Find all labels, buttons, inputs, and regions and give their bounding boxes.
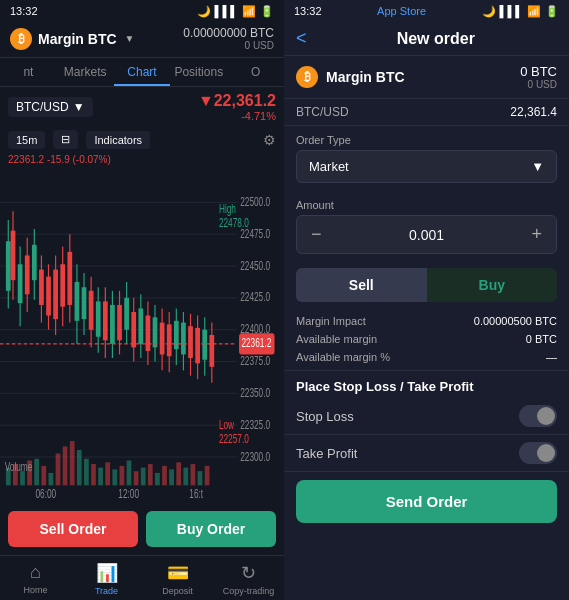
svg-rect-87 [146,316,151,351]
svg-text:Volume: Volume [5,459,33,473]
price-display: ▼22,361.2 -4.71% [198,92,276,122]
deposit-label: Deposit [162,586,193,596]
svg-text:High: High [219,201,236,215]
indicators-button[interactable]: Indicators [86,131,150,149]
order-type-select[interactable]: Market ▼ [296,150,557,183]
amount-plus-button[interactable]: + [517,216,556,253]
right-balance-info: 0 BTC 0 USD [520,64,557,90]
stop-loss-toggle[interactable] [519,405,557,427]
svg-rect-79 [89,291,94,330]
chart-type-button[interactable]: ⊟ [53,130,78,149]
asset-name: Margin BTC [38,31,117,47]
svg-rect-19 [77,450,82,485]
svg-rect-85 [131,312,136,347]
margin-impact-key: Margin Impact [296,315,366,327]
svg-rect-51 [110,305,115,344]
svg-rect-45 [75,282,80,321]
tab-nt[interactable]: nt [0,58,57,86]
tab-other[interactable]: O [227,58,284,86]
chart-header: BTC/USD ▼ ▼22,361.2 -4.71% [0,87,284,127]
svg-text:22478.0: 22478.0 [219,215,249,229]
take-profit-toggle[interactable] [519,442,557,464]
svg-rect-49 [96,301,101,336]
info-row-2: Available margin % — [296,348,557,366]
svg-rect-97 [209,335,214,367]
available-margin-pct-key: Available margin % [296,351,390,363]
left-panel: 13:32 🌙 ▌▌▌ 📶 🔋 ₿ Margin BTC ▼ 0.0000000… [0,0,284,600]
svg-text:12:00: 12:00 [118,486,139,500]
status-icons-right: 🌙 ▌▌▌ 📶 🔋 [482,5,559,18]
sell-buy-row: Sell Buy [296,268,557,302]
svg-rect-91 [167,324,172,356]
home-label: Home [23,585,47,595]
tab-chart[interactable]: Chart [114,58,171,86]
sell-tab[interactable]: Sell [296,268,427,302]
svg-rect-22 [98,468,103,486]
svg-rect-29 [148,464,153,485]
svg-rect-17 [63,446,68,485]
amount-input[interactable] [336,227,518,243]
signal-icon: ▌▌▌ [215,5,238,17]
asset-info[interactable]: ₿ Margin BTC ▼ [10,28,134,50]
amount-label: Amount [296,199,557,211]
settings-icon[interactable]: ⚙ [263,132,276,148]
app-store-label: App Store [377,5,426,17]
nav-deposit[interactable]: 💳 Deposit [142,562,213,596]
new-order-title: New order [315,30,557,48]
svg-rect-41 [18,264,23,303]
status-bar-left: 13:32 🌙 ▌▌▌ 📶 🔋 [0,0,284,22]
tab-markets[interactable]: Markets [57,58,114,86]
order-type-label: Order Type [296,134,557,146]
nav-home[interactable]: ⌂ Home [0,562,71,596]
info-row-0: Margin Impact 0.00000500 BTC [296,312,557,330]
svg-rect-81 [103,301,108,340]
right-btc-icon: ₿ [296,66,318,88]
price-change: -4.71% [198,110,276,122]
time-right: 13:32 [294,5,322,17]
battery-icon-right: 🔋 [545,5,559,18]
tab-positions[interactable]: Positions [170,58,227,86]
btc-icon: ₿ [10,28,32,50]
nav-trade[interactable]: 📊 Trade [71,562,142,596]
svg-rect-67 [25,255,30,294]
order-type-arrow: ▼ [531,159,544,174]
svg-rect-33 [176,462,181,485]
nav-copy-trading[interactable]: ↻ Copy-trading [213,562,284,596]
svg-text:22325.0: 22325.0 [240,417,270,431]
trade-icon: 📊 [96,562,118,584]
stop-section-title: Place Stop Loss / Take Profit [284,370,569,398]
take-profit-row: Take Profit [284,435,569,472]
svg-rect-32 [169,469,174,485]
timeframe-button[interactable]: 15m [8,131,45,149]
order-type-section: Order Type Market ▼ [284,126,569,191]
svg-rect-20 [84,459,89,486]
balance-info: 0.00000000 BTC 0 USD [183,26,274,51]
right-asset-name: Margin BTC [326,69,405,85]
svg-text:22450.0: 22450.0 [240,258,270,272]
send-order-button[interactable]: Send Order [296,480,557,523]
take-profit-knob [537,444,555,462]
pair-price-value: 22,361.4 [510,105,557,119]
svg-rect-26 [127,461,132,486]
svg-rect-55 [138,308,143,343]
amount-minus-button[interactable]: − [297,216,336,253]
moon-icon-left: 🌙 [197,5,211,18]
svg-rect-18 [70,441,75,485]
back-button[interactable]: < [296,28,307,49]
svg-rect-35 [191,464,196,485]
price-value: ▼22,361.2 [198,92,276,110]
svg-rect-77 [67,252,72,305]
pair-label: BTC/USD [16,100,69,114]
pair-selector[interactable]: BTC/USD ▼ [8,97,93,117]
svg-rect-59 [174,321,179,349]
buy-tab[interactable]: Buy [427,268,558,302]
buy-order-button[interactable]: Buy Order [146,511,276,547]
sell-order-button[interactable]: Sell Order [8,511,138,547]
status-icons-left: 🌙 ▌▌▌ 📶 🔋 [197,5,274,18]
svg-rect-15 [49,473,54,485]
dropdown-arrow[interactable]: ▼ [125,33,135,44]
battery-icon: 🔋 [260,5,274,18]
svg-rect-83 [117,305,122,340]
svg-rect-23 [105,462,110,485]
trade-buttons: Sell Order Buy Order [0,503,284,555]
